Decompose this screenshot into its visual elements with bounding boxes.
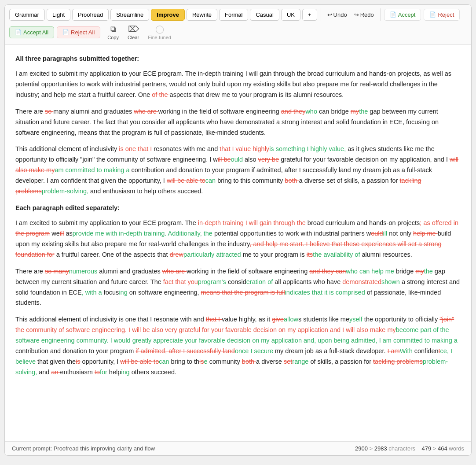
ins-with-a: , with a — [82, 289, 102, 296]
del-my-p5: my — [415, 268, 424, 275]
content-area: All three paragraphs submitted together:… — [5, 45, 471, 441]
del-so: so — [45, 108, 53, 115]
paragraph-3: This additional element of inclusivity i… — [15, 144, 461, 197]
del-an-p6: an — [51, 369, 60, 376]
ins-range: range — [292, 358, 308, 365]
ins-indicates: indicates that it is comprised — [285, 289, 365, 296]
clear-button[interactable]: ⌦ Clear — [125, 23, 142, 41]
undo-redo-group: ↩ Undo ↪ Redo — [325, 10, 377, 20]
ins-the-p5: the — [424, 268, 433, 275]
accept-all-label: Accept All — [23, 29, 48, 36]
grammar-button[interactable]: Grammar — [9, 9, 45, 21]
reject-icon: 📄 — [429, 11, 436, 18]
del-tackling-problems-p6: tackling problems — [373, 358, 423, 365]
del-means-that-full: means that the program is full — [201, 289, 285, 296]
copy-icon: ⧉ — [110, 25, 116, 34]
del-ill: ill — [60, 230, 64, 237]
reject-all-label: Reject All — [71, 29, 95, 36]
ins-particularly-attracted: particularly attracted — [183, 251, 241, 258]
ins-allow: allow — [284, 316, 298, 323]
del-to-p6: to — [95, 369, 100, 376]
del-if-admitted-land: if admitted, after I successfully land — [135, 347, 235, 354]
clear-icon: ⌦ — [128, 24, 139, 34]
ins-once-i-secure: once I secure — [235, 347, 273, 354]
reject-label: Reject — [438, 11, 454, 18]
streamline-button[interactable]: Streamline — [110, 9, 149, 21]
undo-label: Undo — [333, 11, 347, 18]
accept-all-button[interactable]: 📄 Accept All — [9, 26, 54, 38]
ins-e-p6 — [81, 358, 82, 365]
improve-button[interactable]: Improve — [151, 9, 185, 21]
paragraph-6: This additional element of inclusivity i… — [15, 314, 461, 378]
heading-2: Each paragraph edited separately: — [15, 203, 461, 214]
plus-button[interactable]: + — [302, 9, 317, 21]
main-window: Grammar Light Proofread Streamline Impro… — [4, 4, 472, 456]
light-button[interactable]: Light — [47, 9, 70, 21]
ins-for: for — [100, 369, 107, 376]
chars-unit: characters — [388, 445, 420, 452]
ins-ing-p6: ing — [121, 369, 129, 376]
del-both-p6: both — [242, 358, 256, 365]
ins-provide: provide me with in-depth training. Addit… — [73, 230, 212, 237]
fine-tuned-label: Fine-tuned — [148, 35, 171, 40]
del-who-are-p5: who are — [162, 268, 187, 275]
ins-programs: program's — [198, 278, 226, 285]
accept-all-icon: 📄 — [15, 29, 22, 35]
del-my: my — [351, 108, 359, 115]
accept-button[interactable]: 📄 Accept — [384, 9, 421, 21]
redo-button[interactable]: ↪ Redo — [352, 10, 377, 20]
redo-label: Redo — [360, 11, 374, 18]
ins-am-committed: am committed to making a — [55, 166, 129, 173]
del-demonstrated: demonstrated — [342, 278, 381, 285]
paragraph-5: There are so manynumerous alumni and gra… — [15, 266, 461, 309]
proofread-button[interactable]: Proofread — [72, 9, 109, 21]
reject-button[interactable]: 📄 Reject — [424, 9, 460, 21]
del-that-i-p6: that I — [206, 316, 222, 323]
rewrite-button[interactable]: Rewrite — [187, 9, 217, 21]
status-bar: Current prompt: Proofread this improving… — [5, 441, 471, 455]
ins-who-can-help-me: who can help me — [346, 268, 394, 275]
copy-button[interactable]: ⧉ Copy — [105, 24, 121, 41]
del-in-depth-training: in-depth training I will gain through th… — [198, 219, 308, 226]
ins-ould: ould — [231, 156, 243, 163]
ins-who: who — [305, 108, 317, 115]
copy-clear-group: ⧉ Copy ⌦ Clear ◯ Fine-tuned — [105, 23, 174, 41]
del-who-are: who are — [134, 108, 158, 115]
ins-numerous: numerous — [69, 268, 97, 275]
copy-label: Copy — [107, 35, 119, 40]
toolbar: Grammar Light Proofread Streamline Impro… — [5, 5, 471, 45]
formal-button[interactable]: Formal — [219, 9, 248, 21]
reject-all-button[interactable]: 📄 Reject All — [57, 26, 100, 38]
del-both-p3: both — [285, 177, 299, 184]
del-so-many: so many — [45, 268, 69, 275]
chars-before: 2900 — [355, 445, 368, 452]
ins-is-something: is something I highly value, — [269, 145, 346, 152]
del-i-am: I am — [388, 347, 400, 354]
ins-ill: ill — [383, 230, 388, 237]
prompt-text: Current prompt: Proofread this improving… — [12, 445, 155, 452]
paragraph-4: I am excited to submit my application to… — [15, 218, 461, 260]
del-drew: drew — [170, 251, 183, 258]
del-will-able-to: will be able to — [167, 177, 205, 184]
redo-icon: ↪ — [354, 11, 359, 18]
mode-buttons-row: Grammar Light Proofread Streamline Impro… — [9, 9, 317, 21]
undo-button[interactable]: ↩ Undo — [325, 10, 350, 20]
heading-1: All three paragraphs submitted together: — [15, 54, 461, 64]
casual-button[interactable]: Casual — [250, 9, 279, 21]
del-is-comm: is — [199, 358, 204, 365]
ins-shown: shown — [381, 278, 400, 285]
ins-problem-solving: problem-solving, — [42, 188, 88, 195]
del-ould-ill: ould — [371, 230, 383, 237]
sep1 — [321, 8, 321, 21]
words-after: 464 — [438, 445, 447, 452]
del-is-one-that-i: is one that I — [119, 145, 154, 152]
stats: 2900 > 2983 characters 479 > 464 words — [355, 445, 464, 452]
paragraph-1: I am excited to submit my application to… — [15, 69, 461, 100]
ins-e-comm: e — [204, 358, 208, 365]
del-fact-that-you: fact that you — [163, 278, 198, 285]
clear-label: Clear — [128, 35, 139, 40]
accept-icon: 📄 — [390, 11, 396, 18]
fine-tuned-icon: ◯ — [155, 24, 164, 34]
fine-tuned-button[interactable]: ◯ Fine-tuned — [145, 23, 174, 41]
uk-button[interactable]: UK — [281, 9, 300, 21]
